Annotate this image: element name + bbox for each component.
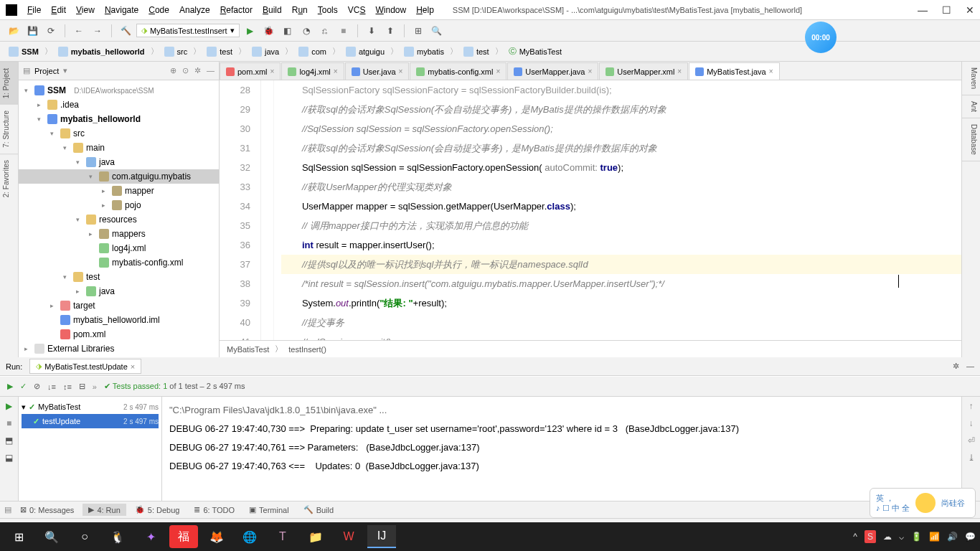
save-icon[interactable]: 💾 [24, 23, 40, 39]
menu-run[interactable]: Run [288, 3, 312, 17]
structure-icon[interactable]: ⊞ [410, 23, 426, 39]
wps-icon[interactable]: W [334, 525, 363, 548]
crumb-com[interactable]: com [296, 45, 329, 58]
tree-iml[interactable]: mybatis_helloworld.iml [19, 313, 219, 327]
code-editor[interactable]: 2829303132333435363738394041 SqlSessionF… [220, 80, 961, 340]
crumb-method[interactable]: testInsert() [288, 345, 326, 354]
tree-mappers[interactable]: ▸mappers [19, 227, 219, 241]
tree-log4j[interactable]: log4j.xml [19, 241, 219, 255]
btab-run[interactable]: ▶ 4: Run [83, 504, 126, 516]
menu-tools[interactable]: Tools [314, 3, 342, 17]
menu-build[interactable]: Build [258, 3, 286, 17]
collapse-icon[interactable]: ⊕ [170, 66, 176, 75]
start-button[interactable]: ⊞ [4, 525, 33, 548]
vcs-commit-icon[interactable]: ⬆ [382, 23, 398, 39]
tree-main[interactable]: ▾main [19, 141, 219, 155]
expand-icon[interactable]: ⊟ [79, 382, 85, 391]
crumb-atguigu[interactable]: atguigu [343, 45, 387, 58]
menu-window[interactable]: Window [371, 3, 410, 17]
btab-todo[interactable]: ≣ 6: TODO [188, 504, 240, 516]
crumb-test[interactable]: test [204, 45, 235, 58]
sort2-icon[interactable]: ↕≡ [63, 382, 72, 391]
sogou-icon[interactable]: S [864, 530, 876, 543]
tree-java[interactable]: ▾java [19, 155, 219, 169]
run-config-dropdown[interactable]: ⬗MyBatisTest.testInsert▾ [136, 24, 240, 37]
tree-pkg[interactable]: ▾com.atguigu.mybatis [19, 169, 219, 184]
bt-icon[interactable]: ⌵ [899, 532, 904, 542]
build-icon[interactable]: 🔨 [118, 23, 133, 39]
run-console[interactable]: "C:\Program Files\Java\jdk1.8.0_151\bin\… [162, 397, 961, 501]
tab-ant[interactable]: Ant [962, 95, 980, 118]
crumb-ssm[interactable]: SSM [6, 45, 42, 58]
tree-test[interactable]: ▾test [19, 270, 219, 284]
rerun-icon[interactable]: ▶ [7, 382, 13, 391]
maximize-button[interactable]: ☐ [942, 4, 951, 16]
firefox-icon[interactable]: 🦊 [202, 525, 231, 548]
debug-icon[interactable]: 🐞 [261, 23, 277, 39]
tree-module[interactable]: ▾mybatis_helloworld [19, 112, 219, 126]
run-icon[interactable]: ▶ [242, 23, 258, 39]
tab-database[interactable]: Database [962, 118, 980, 161]
tab-log4j[interactable]: log4j.xml× [281, 62, 344, 80]
tree-testjava[interactable]: ▸java [19, 284, 219, 298]
notif-icon[interactable]: 💬 [965, 532, 976, 542]
forward-icon[interactable]: → [90, 23, 105, 39]
menu-vcs[interactable]: VCS [344, 3, 370, 17]
menu-refactor[interactable]: Refactor [216, 3, 257, 17]
toggle-icon[interactable]: ✓ [20, 382, 27, 391]
menu-help[interactable]: Help [412, 3, 438, 17]
crumb-testpkg[interactable]: test [461, 45, 492, 58]
tab-maven[interactable]: Maven [962, 62, 980, 95]
refresh-icon[interactable]: ⟳ [43, 23, 59, 39]
tree-src[interactable]: ▾src [19, 126, 219, 141]
down-icon[interactable]: ↓ [969, 418, 974, 428]
vcs-update-icon[interactable]: ⬇ [364, 23, 380, 39]
cortana-icon[interactable]: ○ [70, 525, 99, 548]
tab-user[interactable]: User.java× [345, 62, 410, 80]
app4-icon[interactable]: T [268, 525, 297, 548]
scroll-icon[interactable]: ⤓ [968, 453, 975, 463]
tree-resources[interactable]: ▾resources [19, 212, 219, 227]
stop-icon[interactable]: ■ [336, 23, 352, 39]
menu-edit[interactable]: Edit [47, 3, 70, 17]
code-content[interactable]: SqlSessionFactory sqlSessionFactory = sq… [274, 80, 961, 340]
explorer-icon[interactable]: 📁 [301, 525, 330, 548]
menu-view[interactable]: View [72, 3, 99, 17]
app1-icon[interactable]: 🐧 [103, 525, 132, 548]
crumb-mybatis[interactable]: mybatis [401, 45, 447, 58]
btab-build[interactable]: 🔨 Build [298, 504, 339, 516]
up-icon[interactable]: ↑ [969, 401, 974, 411]
menu-navigate[interactable]: Navigate [100, 3, 143, 17]
wrap-icon[interactable]: ⏎ [968, 435, 975, 446]
btab-messages[interactable]: ⊠ 0: Messages [14, 504, 80, 516]
test-root[interactable]: ▾✓MyBatisTest2 s 497 ms [22, 400, 159, 414]
tab-structure[interactable]: 7: Structure [0, 104, 18, 154]
minimize-button[interactable]: — [918, 4, 928, 16]
project-tree[interactable]: ▾SSM D:\IDEA\workspace\SSM ▸.idea ▾mybat… [19, 80, 219, 357]
hide-icon[interactable]: — [207, 66, 215, 75]
filter-icon[interactable]: ⊘ [34, 382, 40, 391]
open-icon[interactable]: 📂 [6, 23, 22, 39]
battery-icon[interactable]: 🔋 [911, 532, 922, 542]
run-hide-icon[interactable]: — [966, 362, 974, 371]
locate-icon[interactable]: ⊙ [182, 66, 189, 75]
chrome-icon[interactable]: 🌐 [235, 525, 264, 548]
tree-idea[interactable]: ▸.idea [19, 98, 219, 112]
wifi-icon[interactable]: 📶 [929, 532, 940, 542]
tree-pom[interactable]: pom.xml [19, 327, 219, 342]
tray-up-icon[interactable]: ^ [853, 532, 857, 542]
sort-icon[interactable]: ↓≡ [47, 382, 56, 391]
rerun2-icon[interactable]: ▶ [6, 401, 12, 411]
tree-root[interactable]: ▾SSM D:\IDEA\workspace\SSM [19, 83, 219, 98]
run-tab[interactable]: ⬗MyBatisTest.testUpdate× [29, 359, 141, 374]
tab-favorites[interactable]: 2: Favorites [0, 154, 18, 203]
coverage-icon[interactable]: ◧ [280, 23, 296, 39]
tab-pom[interactable]: pom.xml× [220, 62, 281, 80]
pin-icon[interactable]: ⬒ [5, 435, 13, 446]
attach-icon[interactable]: ⎌ [317, 23, 333, 39]
menu-code[interactable]: Code [144, 3, 174, 17]
tree-mbcfg[interactable]: mybatis-config.xml [19, 255, 219, 270]
cloud-icon[interactable]: ☁ [883, 532, 892, 542]
tab-umx[interactable]: UserMapper.xml× [599, 62, 688, 80]
stop2-icon[interactable]: ■ [6, 418, 11, 428]
